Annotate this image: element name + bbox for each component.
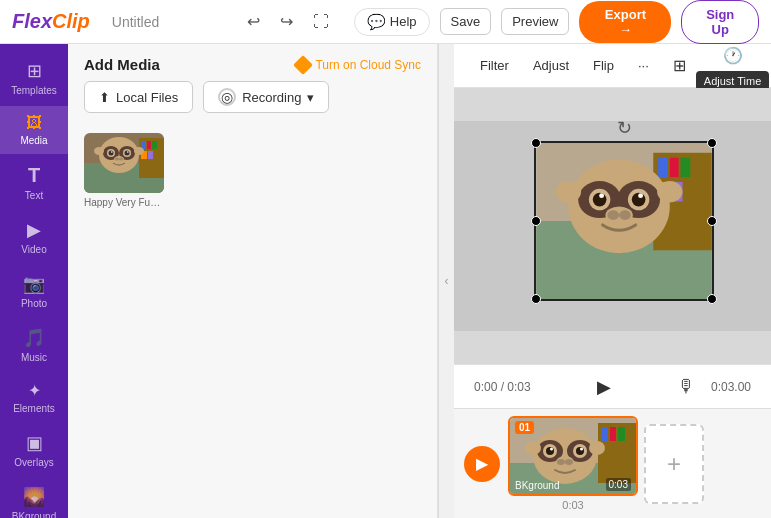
svg-point-37	[599, 193, 604, 198]
clip-sloth-svg	[536, 143, 712, 299]
add-clip-button[interactable]: +	[644, 424, 704, 504]
filter-button[interactable]: Filter	[470, 52, 519, 79]
sidebar-item-media[interactable]: 🖼 Media	[0, 106, 68, 154]
timeline: ▶	[454, 408, 771, 518]
timeline-tracks: 01 BKground 0:03 0:03 +	[508, 416, 761, 511]
clip-time: 0:03	[606, 478, 631, 491]
topbar: FlexClip ↩ ↪ ⛶ 💬 Help Save Preview Expor…	[0, 0, 771, 44]
sidebar-item-bkground[interactable]: 🌄 BKground	[0, 478, 68, 518]
svg-rect-7	[148, 151, 153, 159]
svg-point-55	[546, 447, 554, 455]
help-button[interactable]: 💬 Help	[354, 8, 430, 36]
sidebar-item-overlays[interactable]: ▣ Overlays	[0, 424, 68, 476]
svg-rect-25	[658, 158, 668, 178]
media-icon: 🖼	[26, 114, 42, 132]
collapse-handle[interactable]: ‹	[438, 44, 454, 518]
timeline-duration: 0:03	[562, 499, 583, 511]
sidebar-label-overlays: Overlays	[14, 457, 53, 468]
flip-button[interactable]: Flip	[583, 52, 624, 79]
sidebar: ⊞ Templates 🖼 Media T Text ▶ Video 📷 Pho…	[0, 44, 68, 518]
timeline-clip[interactable]: 01 BKground 0:03	[508, 416, 638, 496]
svg-point-42	[556, 181, 581, 202]
grid-button[interactable]: ⊞	[667, 50, 692, 81]
clip-element[interactable]: ↻	[534, 141, 714, 301]
media-item[interactable]: Happy Very Funny GIF b...	[84, 133, 164, 510]
clip-label: BKground	[515, 480, 559, 491]
svg-rect-26	[670, 158, 679, 178]
svg-point-63	[589, 441, 605, 455]
handle-br[interactable]	[707, 294, 717, 304]
handle-mr[interactable]	[707, 216, 717, 226]
local-files-label: Local Files	[116, 90, 178, 105]
handle-bl[interactable]	[531, 294, 541, 304]
svg-point-19	[119, 158, 123, 161]
undo-button[interactable]: ↩	[242, 7, 265, 36]
timeline-play-button[interactable]: ▶	[464, 446, 500, 482]
handle-tl[interactable]	[531, 138, 541, 148]
recording-icon: ◎	[218, 88, 236, 106]
cloud-sync-button[interactable]: Turn on Cloud Sync	[296, 58, 421, 72]
sidebar-label-templates: Templates	[11, 85, 57, 96]
right-panel: Filter Adjust Flip ··· ⊞ 🕐 Adjust Time ⬡…	[454, 44, 771, 518]
svg-rect-48	[610, 427, 616, 441]
help-icon: 💬	[367, 13, 386, 31]
clip-wrapper: 01 BKground 0:03 0:03	[508, 416, 638, 511]
svg-point-43	[657, 181, 682, 202]
svg-rect-47	[601, 427, 608, 441]
elements-icon: ✦	[28, 381, 41, 400]
cloud-icon	[293, 55, 313, 75]
music-icon: 🎵	[23, 327, 45, 349]
signup-button[interactable]: Sign Up	[681, 0, 759, 44]
sidebar-label-elements: Elements	[13, 403, 55, 414]
left-panel: Add Media Turn on Cloud Sync ⬆ Local Fil…	[68, 44, 438, 518]
end-time: 0:03.00	[711, 380, 751, 394]
media-grid: Happy Very Funny GIF b...	[68, 125, 437, 518]
logo: FlexClip	[12, 10, 90, 33]
redo-button[interactable]: ↪	[275, 7, 298, 36]
recording-label: Recording	[242, 90, 301, 105]
adjust-time-button[interactable]: 🕐	[717, 44, 749, 71]
svg-point-40	[607, 210, 619, 220]
sidebar-label-photo: Photo	[21, 298, 47, 309]
preview-button[interactable]: Preview	[501, 8, 569, 35]
sidebar-label-video: Video	[21, 244, 46, 255]
cloud-sync-label: Turn on Cloud Sync	[315, 58, 421, 72]
clip-number: 01	[515, 421, 534, 434]
video-icon: ▶	[27, 219, 41, 241]
adjust-button[interactable]: Adjust	[523, 52, 579, 79]
sidebar-item-text[interactable]: T Text	[0, 156, 68, 209]
sidebar-label-music: Music	[21, 352, 47, 363]
play-button[interactable]: ▶	[597, 376, 611, 398]
video-canvas: ↻	[454, 121, 771, 331]
canvas-area: ↻	[454, 88, 771, 364]
svg-rect-5	[152, 141, 157, 149]
svg-point-16	[127, 151, 129, 153]
media-item-label: Happy Very Funny GIF b...	[84, 197, 164, 208]
save-button[interactable]: Save	[440, 8, 492, 35]
more-options-button[interactable]: ···	[628, 52, 659, 79]
rotate-handle[interactable]: ↻	[617, 117, 632, 139]
svg-point-58	[580, 448, 583, 451]
sidebar-item-templates[interactable]: ⊞ Templates	[0, 52, 68, 104]
svg-point-14	[125, 151, 130, 156]
mic-button[interactable]: 🎙	[677, 376, 695, 397]
handle-tr[interactable]	[707, 138, 717, 148]
fullscreen-button[interactable]: ⛶	[308, 8, 334, 36]
sidebar-label-bkground: BKground	[12, 511, 56, 518]
panel-actions: ⬆ Local Files ◎ Recording ▾	[68, 81, 437, 125]
local-files-button[interactable]: ⬆ Local Files	[84, 81, 193, 113]
recording-button[interactable]: ◎ Recording ▾	[203, 81, 329, 113]
sidebar-item-music[interactable]: 🎵 Music	[0, 319, 68, 371]
title-input[interactable]	[112, 14, 232, 30]
sidebar-item-photo[interactable]: 📷 Photo	[0, 265, 68, 317]
svg-point-61	[565, 459, 573, 465]
svg-point-57	[550, 448, 553, 451]
svg-point-56	[576, 447, 584, 455]
export-button[interactable]: Export →	[579, 1, 671, 43]
sidebar-item-video[interactable]: ▶ Video	[0, 211, 68, 263]
svg-point-41	[619, 210, 631, 220]
panel-header: Add Media Turn on Cloud Sync	[68, 44, 437, 81]
sidebar-item-elements[interactable]: ✦ Elements	[0, 373, 68, 422]
panel-title: Add Media	[84, 56, 160, 73]
handle-ml[interactable]	[531, 216, 541, 226]
